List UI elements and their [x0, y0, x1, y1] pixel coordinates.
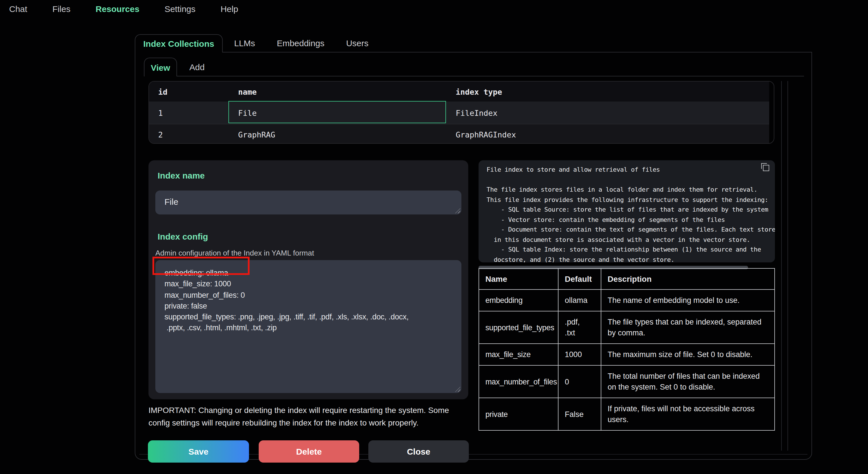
table-row: embedding ollama The name of embedding m…: [479, 290, 775, 311]
table-row: max_file_size 1000 The maximum size of f…: [479, 344, 775, 365]
vertical-scrollbar-track[interactable]: [781, 81, 782, 451]
table-row: supported_file_types .pdf, .txt The file…: [479, 311, 775, 344]
index-table-header-id: id: [149, 81, 229, 102]
save-button[interactable]: Save: [148, 440, 249, 463]
index-description-text: File index to store and allow retrieval …: [478, 160, 775, 262]
delete-button[interactable]: Delete: [259, 440, 359, 463]
tab-users[interactable]: Users: [346, 38, 368, 48]
spec-name: supported_file_types: [479, 311, 558, 344]
tab-index-collections[interactable]: Index Collections: [135, 34, 223, 53]
index-config-textarea[interactable]: embedding: ollama max_file_size: 1000 ma…: [155, 260, 461, 393]
config-spec-table: Name Default Description embedding ollam…: [478, 268, 775, 431]
index-description-panel: File index to store and allow retrieval …: [478, 160, 775, 262]
nav-item-files[interactable]: Files: [52, 4, 70, 14]
copy-icon[interactable]: [761, 163, 770, 172]
spec-description: The name of embedding model to use.: [601, 290, 775, 311]
table-row[interactable]: 2 GraphRAG GraphRAGIndex: [149, 124, 769, 144]
nav-item-settings[interactable]: Settings: [164, 4, 195, 14]
table-row: private False If private, files will not…: [479, 398, 775, 430]
index-config-help-text: Admin configuration of the Index in YAML…: [155, 249, 314, 257]
spec-default: ollama: [558, 290, 601, 311]
selected-cell-outline: [228, 101, 446, 123]
spec-default: 0: [558, 365, 601, 398]
spec-default: False: [558, 398, 601, 430]
table-row: max_number_of_files 0 The total number o…: [479, 365, 775, 398]
resource-tabs: LLMs Embeddings Users: [228, 34, 369, 52]
annotation-highlight-box: [152, 257, 250, 275]
app-root: Chat Files Resources Settings Help Index…: [0, 0, 868, 474]
index-config-label: Index config: [158, 232, 208, 241]
nav-item-resources[interactable]: Resources: [96, 4, 140, 14]
nav-item-help[interactable]: Help: [221, 4, 239, 14]
index-table-header-type: index type: [446, 81, 769, 102]
row1-type-cell[interactable]: FileIndex: [446, 102, 769, 124]
spec-default: 1000: [558, 344, 601, 365]
spec-name: embedding: [479, 290, 558, 311]
tab-add[interactable]: Add: [182, 58, 212, 76]
spec-name: max_number_of_files: [479, 365, 558, 398]
spec-description: If private, files will not be accessible…: [601, 398, 775, 430]
spec-name: private: [479, 398, 558, 430]
subtab-underline: [144, 76, 804, 76]
vertical-scrollbar-track: [787, 81, 788, 451]
top-nav: Chat Files Resources Settings Help: [0, 0, 868, 18]
row2-name-cell[interactable]: GraphRAG: [229, 124, 446, 144]
tab-view[interactable]: View: [144, 58, 177, 76]
tab-index-collections-label: Index Collections: [143, 39, 214, 48]
row2-id-cell[interactable]: 2: [149, 124, 229, 144]
spec-header-default: Default: [558, 268, 601, 290]
index-name-input[interactable]: File: [155, 191, 461, 214]
spec-header-row: Name Default Description: [479, 268, 775, 290]
index-table-header-name: name: [229, 81, 446, 102]
row2-type-cell[interactable]: GraphRAGIndex: [446, 124, 769, 144]
tab-llms[interactable]: LLMs: [234, 38, 255, 48]
index-name-label: Index name: [158, 171, 205, 180]
spec-description: The total number of files that can be in…: [601, 365, 775, 398]
spec-name: max_file_size: [479, 344, 558, 365]
close-button[interactable]: Close: [368, 440, 469, 463]
important-warning-text: IMPORTANT: Changing or deleting the inde…: [149, 404, 468, 429]
nav-item-chat[interactable]: Chat: [9, 4, 27, 14]
tab-embeddings[interactable]: Embeddings: [277, 38, 324, 48]
spec-description: The maximum size of file. Set 0 to disab…: [601, 344, 775, 365]
index-table-header-row: id name index type: [149, 81, 769, 102]
tab-view-label: View: [151, 63, 170, 72]
copy-icon-front: [763, 165, 769, 171]
spec-description: The file types that can be indexed, sepa…: [601, 311, 775, 344]
row1-id-cell[interactable]: 1: [149, 102, 229, 124]
spec-header-name: Name: [479, 268, 558, 290]
spec-default: .pdf, .txt: [558, 311, 601, 344]
spec-header-description: Description: [601, 268, 775, 290]
